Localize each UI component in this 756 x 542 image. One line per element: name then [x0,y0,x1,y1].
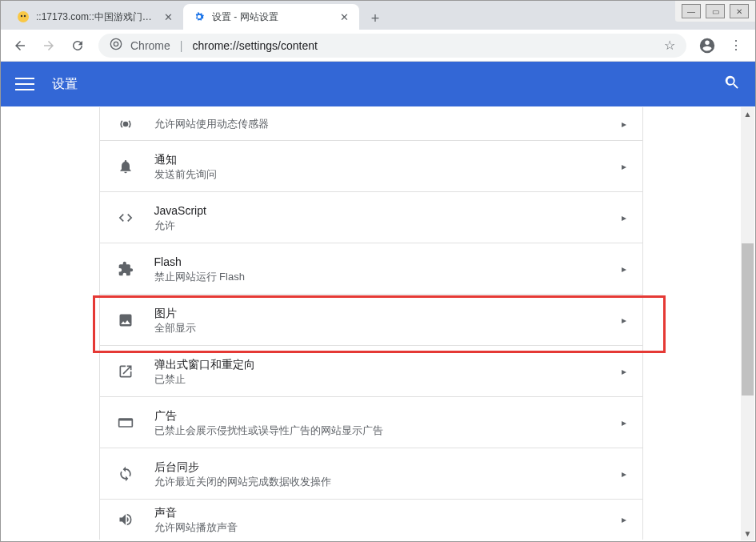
sensor-icon [116,116,135,132]
url-scheme: Chrome [130,39,170,52]
tab-favicon-17173 [17,10,30,23]
settings-row-popup[interactable]: 弹出式窗口和重定向已禁止▸ [100,346,642,397]
row-text: JavaScript允许 [154,203,622,233]
chevron-right-icon: ▸ [622,315,626,326]
popup-icon [116,363,135,379]
chevron-right-icon: ▸ [622,263,626,275]
sync-icon [116,466,135,482]
row-title: Flash [154,254,622,270]
forward-button[interactable] [36,33,62,58]
settings-row-sound[interactable]: 声音允许网站播放声音▸ [100,500,642,540]
settings-header: 设置 [1,62,755,106]
svg-point-1 [21,15,22,17]
settings-list: 允许网站使用动态传感器▸通知发送前先询问▸JavaScript允许▸Flash禁… [99,107,643,540]
url-separator: | [180,39,183,52]
settings-row-puzzle[interactable]: Flash禁止网站运行 Flash▸ [100,243,642,295]
chevron-right-icon: ▸ [622,514,626,525]
row-title: 图片 [154,305,622,321]
bell-icon [116,159,135,175]
row-title: 后台同步 [154,459,622,475]
settings-row-image[interactable]: 图片全部显示▸ [100,295,642,346]
search-icon[interactable] [723,74,741,94]
row-title: 通知 [154,151,622,167]
back-button[interactable] [7,33,33,58]
rect-icon [116,415,135,431]
tab-settings[interactable]: 设置 - 网站设置 ✕ [183,4,359,30]
row-text: Flash禁止网站运行 Flash [154,254,622,284]
settings-row-sensor[interactable]: 允许网站使用动态传感器▸ [100,107,642,141]
chevron-right-icon: ▸ [622,212,626,223]
bookmark-star-icon[interactable]: ☆ [664,38,675,53]
scroll-down-arrow[interactable]: ▼ [741,527,754,540]
chevron-right-icon: ▸ [622,161,626,172]
scroll-thumb[interactable] [742,243,754,395]
chevron-right-icon: ▸ [622,417,626,428]
row-subtitle: 允许 [154,219,622,233]
svg-point-0 [18,11,29,22]
row-subtitle: 发送前先询问 [154,167,622,182]
maximize-button[interactable]: ▭ [706,4,725,18]
tab-strip: ::17173.com::中国游戏门户站 ✕ 设置 - 网站设置 ✕ + [1,1,755,30]
row-title: 弹出式窗口和重定向 [154,356,622,372]
row-subtitle: 已禁止 [154,372,622,387]
chrome-icon [110,38,122,53]
tab-title: 设置 - 网站设置 [212,10,332,24]
row-subtitle: 已禁止会展示侵扰性或误导性广告的网站显示广告 [154,424,622,438]
svg-point-3 [110,38,121,49]
reload-button[interactable] [65,33,90,58]
profile-button[interactable] [694,33,720,58]
content-area: 允许网站使用动态传感器▸通知发送前先询问▸JavaScript允许▸Flash禁… [2,107,754,540]
minimize-button[interactable]: — [682,4,701,18]
svg-point-2 [24,15,26,17]
row-text: 允许网站使用动态传感器 [154,117,622,131]
chevron-right-icon: ▸ [622,118,626,130]
image-icon [116,312,135,328]
scrollbar[interactable]: ▲ ▼ [741,107,754,540]
row-title: 广告 [154,408,622,424]
row-text: 广告已禁止会展示侵扰性或误导性广告的网站显示广告 [154,408,622,438]
row-title: JavaScript [154,203,622,219]
settings-row-rect[interactable]: 广告已禁止会展示侵扰性或误导性广告的网站显示广告▸ [100,397,642,448]
settings-row-bell[interactable]: 通知发送前先询问▸ [100,141,642,192]
row-text: 声音允许网站播放声音 [154,504,622,535]
url-path: chrome://settings/content [192,39,656,52]
menu-icon[interactable] [15,74,34,94]
code-icon [116,210,135,226]
chevron-right-icon: ▸ [622,366,626,377]
row-text: 弹出式窗口和重定向已禁止 [154,356,622,387]
tab-title: ::17173.com::中国游戏门户站 [36,10,156,24]
row-text: 后台同步允许最近关闭的网站完成数据收发操作 [154,459,622,489]
omnibox[interactable]: Chrome | chrome://settings/content ☆ [98,34,686,58]
tab-close-icon[interactable]: ✕ [162,11,174,22]
row-subtitle: 全部显示 [154,321,622,335]
address-bar: Chrome | chrome://settings/content ☆ ⋮ [1,30,755,62]
settings-row-sync[interactable]: 后台同步允许最近关闭的网站完成数据收发操作▸ [100,448,642,500]
row-subtitle: 允许网站使用动态传感器 [154,117,622,131]
row-text: 图片全部显示 [154,305,622,335]
gear-icon [193,10,206,23]
new-tab-button[interactable]: + [364,7,386,30]
close-window-button[interactable]: ✕ [730,4,749,18]
row-title: 声音 [154,504,622,520]
scroll-up-arrow[interactable]: ▲ [741,107,754,121]
row-text: 通知发送前先询问 [154,151,622,182]
row-subtitle: 允许最近关闭的网站完成数据收发操作 [154,475,622,489]
settings-row-code[interactable]: JavaScript允许▸ [100,192,642,243]
svg-point-4 [114,42,118,46]
row-subtitle: 允许网站播放声音 [154,520,622,535]
chevron-right-icon: ▸ [622,468,626,480]
chrome-menu-button[interactable]: ⋮ [723,33,749,58]
window-controls: — ▭ ✕ [675,1,755,22]
puzzle-icon [116,261,135,277]
tab-close-icon[interactable]: ✕ [338,11,350,22]
settings-title: 设置 [52,76,723,93]
row-subtitle: 禁止网站运行 Flash [154,270,622,284]
sound-icon [116,512,135,528]
tab-17173[interactable]: ::17173.com::中国游戏门户站 ✕ [7,4,183,30]
